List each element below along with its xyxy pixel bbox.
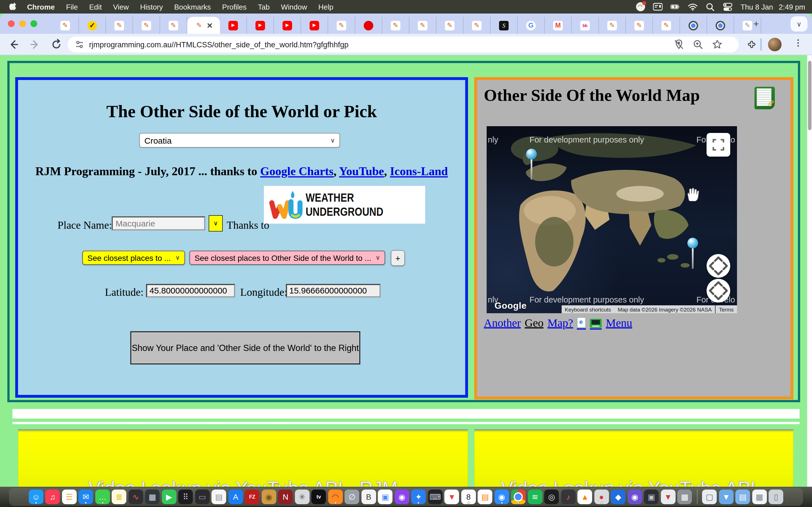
country-select[interactable]: Croatia ∨ [139,133,340,148]
podcasts-dock-icon[interactable]: ◉ [395,490,409,504]
minimize-window-button[interactable] [19,20,26,27]
terms-link[interactable]: Terms [715,305,737,313]
mail-dock-icon[interactable]: ✉ [79,490,93,504]
tab-youtube[interactable]: ▶ [301,17,328,34]
apple-logo-icon[interactable] [9,2,18,11]
active-tab-pencil[interactable]: ✎✕ [187,17,220,34]
tab-pencil[interactable]: ✎ [52,17,79,34]
finder-dock-icon[interactable]: ☺ [29,490,43,504]
gray-app-dock-icon[interactable]: ▦ [677,490,692,504]
menu-view[interactable]: View [107,3,135,11]
spotlight-search-icon[interactable] [705,2,715,11]
menu-screen-icon[interactable] [590,319,602,330]
mission-control-dock-icon[interactable]: ▢ [702,490,717,504]
browser-menu-icon[interactable]: ⋮ [794,38,802,48]
closest-places-select[interactable]: See closest places to ... ∨ [82,251,185,265]
google-logo[interactable]: Google [495,301,527,311]
scrollbar-thumb[interactable] [808,61,811,130]
apple-tv-dock-icon[interactable]: tv [312,490,326,504]
address-bar[interactable]: rjmprogramming.com.au//HTMLCSS/other_sid… [68,37,739,52]
tab-note[interactable]: S [491,17,518,34]
tab-chrome[interactable] [680,17,707,34]
menu-edit[interactable]: Edit [84,3,107,11]
closest-other-side-select[interactable]: See closest places to Other Side of the … [190,251,385,265]
close-window-button[interactable] [8,20,15,27]
profile-avatar[interactable] [768,38,781,51]
place-name-input[interactable]: Macquarie [112,216,205,230]
blue-app-dock-icon[interactable]: ◆ [611,490,626,504]
notepad-icon[interactable]: ✎ [755,87,775,109]
longitude-input[interactable]: 15.96666000000000 [286,284,380,297]
antipode-map-pin[interactable] [688,238,699,269]
geo-link[interactable]: Geo [525,317,544,330]
menu-tab[interactable]: Tab [252,3,275,11]
tab-youtube[interactable]: ▶ [274,17,301,34]
purple-app-dock-icon[interactable]: ◉ [627,490,642,504]
google-map[interactable]: nly For development purposes only For de… [487,126,737,313]
youtube-link[interactable]: YouTube [339,165,384,178]
tab-pencil[interactable]: ✎ [160,17,187,34]
keyboard-shortcuts-link[interactable]: Keyboard shortcuts [561,305,614,313]
tab-britbox[interactable]: bb [572,17,599,34]
battery-icon[interactable] [670,2,680,11]
tab-pencil[interactable]: ✎ [599,17,626,34]
wifi-icon[interactable] [688,2,698,11]
tab-search-chevron-icon[interactable]: ∨ [791,16,808,32]
launchpad-dock-icon[interactable]: ▦ [145,490,160,504]
fullscreen-window-button[interactable] [31,20,37,27]
notes-dock-icon[interactable]: ≣ [112,490,126,504]
keyboard-panel-icon[interactable] [653,2,663,11]
garageband-dock-icon[interactable]: ∿ [129,490,143,504]
icons-land-link[interactable]: Icons-Land [390,165,448,178]
menu-window[interactable]: Window [275,3,313,11]
place-dropdown-button[interactable]: ∨ [209,215,223,231]
extensions-icon[interactable] [746,40,757,51]
music-dock-icon[interactable]: ♫ [45,490,60,504]
screen-time-dock-icon[interactable]: ∅ [345,490,359,504]
google-charts-link[interactable]: Google Charts [260,165,334,178]
maps-dock-icon[interactable]: ▼ [445,490,459,504]
record-app-dock-icon[interactable]: ● [594,490,609,504]
preview-dock-icon[interactable]: ▣ [378,490,393,504]
control-center-icon[interactable] [723,2,732,11]
tab-record[interactable] [355,17,382,34]
app-notification-icon[interactable] [636,2,645,11]
netflix-dock-icon[interactable]: N [278,490,293,504]
tab-pencil[interactable]: ✎ [382,17,409,34]
tab-pencil[interactable]: ✎ [626,17,653,34]
menu-profiles[interactable]: Profiles [216,3,252,11]
facetime-dock-icon[interactable]: ▶ [162,490,176,504]
firefox-dock-icon[interactable]: ◠ [328,490,343,504]
menubar-clock[interactable]: Thu 8 Jan 2:49 pm [741,3,805,11]
menu-history[interactable]: History [135,3,168,11]
another-link[interactable]: Another [484,317,521,330]
menu-bookmarks[interactable]: Bookmarks [168,3,216,11]
chrome-dock-icon[interactable] [511,490,526,504]
tab-pencil[interactable]: ✎ [437,17,463,34]
trash-dock-icon[interactable]: ▯ [769,490,783,504]
reminders-dock-icon[interactable]: ☰ [62,490,77,504]
vlc-dock-icon[interactable]: ▲ [578,490,592,504]
messages-dock-icon[interactable]: … [95,490,110,504]
new-tab-button[interactable]: + [750,18,762,31]
url-text[interactable]: rjmprogramming.com.au//HTMLCSS/other_sid… [89,40,349,49]
music-2-dock-icon[interactable]: ♪ [561,490,576,504]
site-info-icon[interactable] [74,40,85,50]
menu-file[interactable]: File [60,3,84,11]
tab-pencil[interactable]: ✎ [106,17,133,34]
pan-control-lower[interactable] [707,279,730,302]
pan-control-upper[interactable] [707,254,730,278]
iphone-mirroring-dock-icon[interactable]: ▭ [195,490,210,504]
page-scrollbar[interactable] [807,55,812,488]
menu-help[interactable]: Help [313,3,339,11]
latitude-input[interactable]: 45.80000000000000 [146,284,235,297]
spotify-dock-icon[interactable]: ≋ [528,490,543,504]
tab-pencil[interactable]: ✎ [653,17,680,34]
dark-app-dock-icon[interactable]: ▣ [644,490,659,504]
documents-folder-dock-icon[interactable]: ▤ [735,490,750,504]
map-question-link[interactable]: Map? [548,317,573,330]
downloads-folder-dock-icon[interactable]: ▼ [719,490,733,504]
keychain-dock-icon[interactable]: ✳ [295,490,310,504]
tab-youtube[interactable]: ▶ [220,17,247,34]
bookmark-star-icon[interactable] [712,39,723,50]
